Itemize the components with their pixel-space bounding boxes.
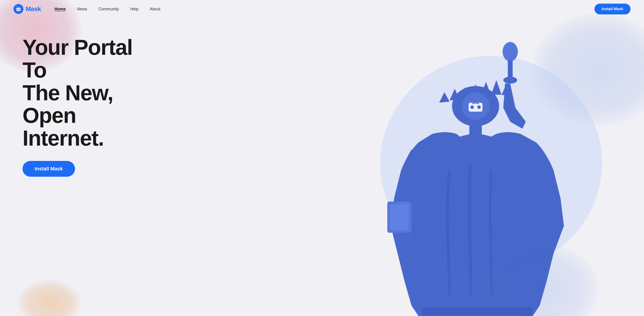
hero-install-button[interactable]: Install Mask xyxy=(22,161,75,177)
hero-section: Your Portal To The New, Open Internet. I… xyxy=(0,18,158,177)
nav-link-help[interactable]: Help xyxy=(130,7,138,12)
svg-point-2 xyxy=(17,9,18,10)
svg-point-5 xyxy=(502,42,518,61)
svg-point-19 xyxy=(477,106,481,109)
logo-text: Mask xyxy=(26,6,41,13)
nav-links: Home News Community Help About xyxy=(54,7,594,12)
nav-link-community[interactable]: Community xyxy=(98,7,119,12)
navbar: Mask Home News Community Help About Inst… xyxy=(0,0,644,18)
svg-rect-23 xyxy=(422,307,532,316)
nav-link-news[interactable]: News xyxy=(77,7,87,12)
logo-icon xyxy=(14,4,24,14)
page-wrapper: Mask Home News Community Help About Inst… xyxy=(0,0,644,316)
svg-point-7 xyxy=(503,77,517,84)
svg-rect-22 xyxy=(390,204,409,230)
svg-rect-6 xyxy=(508,60,513,79)
nav-link-about[interactable]: About xyxy=(150,7,160,12)
nav-link-home[interactable]: Home xyxy=(54,7,66,12)
svg-point-3 xyxy=(19,9,20,10)
logo-area[interactable]: Mask xyxy=(14,4,41,14)
hero-title-line1: Your Portal To xyxy=(22,35,132,82)
statue-illustration xyxy=(290,32,644,316)
bg-blob-orange-bottom-left xyxy=(18,280,81,316)
hero-title-line2: The New, xyxy=(22,81,113,105)
statue-svg xyxy=(290,32,644,316)
nav-install-button[interactable]: Install Mask xyxy=(594,4,630,15)
hero-title-line3: Open Internet. xyxy=(22,103,104,150)
svg-point-18 xyxy=(470,106,474,109)
hero-title: Your Portal To The New, Open Internet. xyxy=(22,36,158,150)
